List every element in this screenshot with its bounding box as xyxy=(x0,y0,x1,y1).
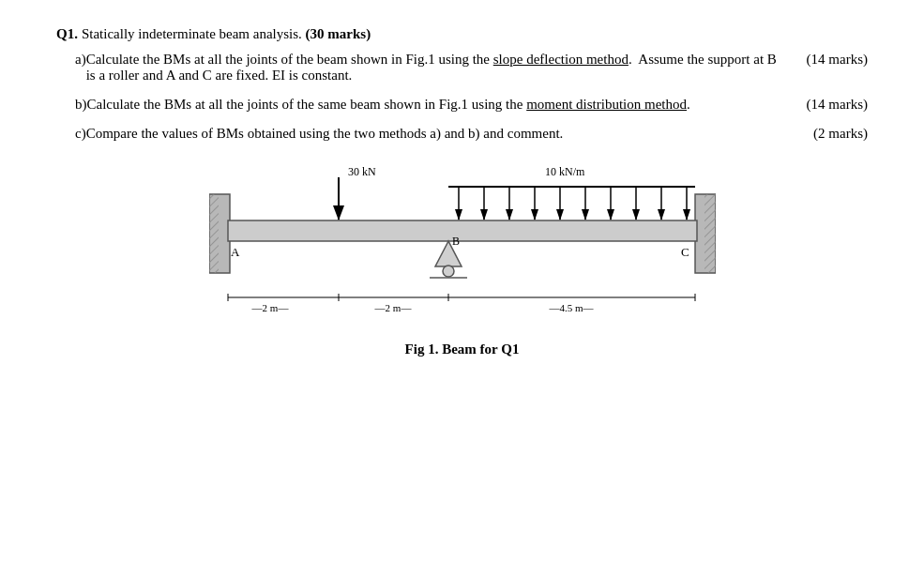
dist-arrowhead-7 xyxy=(607,209,614,220)
label-a: A xyxy=(231,245,240,259)
part-b: b) Calculate the BMs at all the joints o… xyxy=(56,97,868,113)
part-b-label: b) xyxy=(56,97,87,113)
dim-label-1: —2 m— xyxy=(250,302,289,313)
dist-arrowhead-9 xyxy=(658,209,665,220)
point-load-label: 30 kN xyxy=(348,165,376,178)
part-a-text: Calculate the BMs at all the joints of t… xyxy=(86,52,783,84)
dist-arrowhead-8 xyxy=(632,209,640,220)
part-b-text: Calculate the BMs at all the joints of t… xyxy=(87,97,784,113)
dim-label-3: —4.5 m— xyxy=(548,302,594,313)
part-a-label: a) xyxy=(56,52,86,84)
dist-arrowhead-10 xyxy=(683,209,690,220)
dist-arrowhead-5 xyxy=(556,209,564,220)
roller-circle xyxy=(443,266,454,277)
part-c-marks: (2 marks) xyxy=(783,126,868,142)
part-b-content: Calculate the BMs at all the joints of t… xyxy=(87,97,869,113)
dist-arrowhead-1 xyxy=(455,209,462,220)
part-c-text: Compare the values of BMs obtained using… xyxy=(86,126,783,142)
svg-rect-5 xyxy=(228,220,697,241)
svg-rect-4 xyxy=(704,194,716,273)
part-a: a) Calculate the BMs at all the joints o… xyxy=(56,52,868,84)
dim-label-2: —2 m— xyxy=(373,302,412,313)
question-title: Statically indeterminate beam analysis. … xyxy=(82,26,371,42)
method-a: slope deflection method xyxy=(493,52,629,67)
figure-caption: Fig 1. Beam for Q1 xyxy=(405,342,520,357)
dist-arrowhead-3 xyxy=(506,209,513,220)
label-c: C xyxy=(681,245,689,259)
part-b-marks: (14 marks) xyxy=(783,97,868,113)
dist-load-label: 10 kN/m xyxy=(545,165,585,178)
point-load-arrowhead xyxy=(333,205,344,220)
part-c: c) Compare the values of BMs obtained us… xyxy=(56,126,868,142)
beam-diagram: A C B 30 kN xyxy=(209,159,716,332)
part-a-content: Calculate the BMs at all the joints of t… xyxy=(86,52,868,84)
question-number: Q1. xyxy=(56,26,78,42)
dist-arrowhead-2 xyxy=(480,209,488,220)
label-b: B xyxy=(452,235,460,248)
part-c-label: c) xyxy=(56,126,86,142)
method-b: moment distribution method xyxy=(526,97,687,112)
part-a-marks: (14 marks) xyxy=(783,52,868,84)
figure-area: A C B 30 kN xyxy=(56,159,868,357)
marks-total: (30 marks) xyxy=(306,26,371,41)
dist-arrowhead-4 xyxy=(531,209,538,220)
svg-rect-2 xyxy=(209,194,219,273)
part-c-content: Compare the values of BMs obtained using… xyxy=(86,126,868,142)
dist-arrowhead-6 xyxy=(582,209,589,220)
